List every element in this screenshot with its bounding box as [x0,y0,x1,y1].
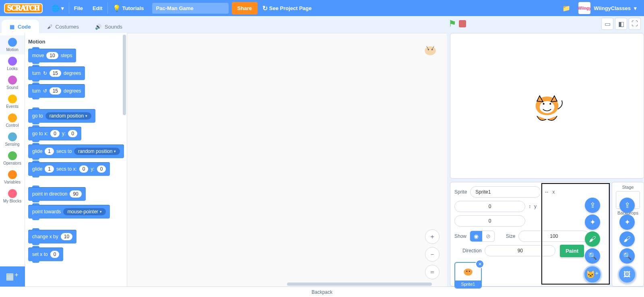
choose-sprite[interactable]: 🐱⁺ [583,265,602,284]
tab-code-label: Code [18,24,31,30]
svg-point-6 [543,103,545,105]
rotate-ccw-icon: ↺ [43,88,47,94]
tab-costumes[interactable]: 🖌 Costumes [39,20,87,33]
share-button[interactable]: Share [232,2,258,14]
block-turn-cw[interactable]: turn↻15degrees [28,66,85,80]
upload-backdrop[interactable]: ⇪ [619,198,635,213]
palette-scrollbar[interactable] [123,35,126,115]
block-glide-to[interactable]: glide1secs torandom position [28,144,124,158]
sprite-watermark [421,41,440,59]
stage-panel: Stage Backdrops 1 ⇪ ✦ 🖌 🔍 🖼 [612,182,644,287]
scratch-logo[interactable]: SCRATCH [4,3,43,13]
add-extension-button[interactable]: ▦⁺ [0,266,25,287]
upload-icon: ⇪ [624,201,630,210]
see-project-page[interactable]: ↻ See Project Page [258,0,317,16]
sprite-tile[interactable]: ✕ Sprite1 [454,262,482,289]
sprite-y-input[interactable] [454,215,525,227]
block-move-steps[interactable]: move10steps [28,49,76,62]
upload-sprite[interactable]: ⇪ [585,198,600,213]
category-label: Looks [7,66,18,71]
show-visible[interactable]: ◉ [470,231,482,241]
block-go-to[interactable]: go torandom position [28,109,95,123]
show-hidden[interactable]: ⊘ [482,231,494,241]
category-variables[interactable]: Variables [0,168,25,187]
category-sensing[interactable]: Sensing [0,130,25,149]
category-label: Operators [3,161,21,165]
sprite-name-input[interactable] [470,186,541,198]
cat-plus-icon: 🐱⁺ [586,270,599,279]
paint-sprite[interactable]: 🖌 [585,231,600,247]
category-my-blocks[interactable]: My Blocks [0,187,25,206]
show-label: Show [454,233,466,239]
choose-backdrop[interactable]: 🖼 [618,265,636,284]
category-dot [8,151,17,160]
category-dot [8,76,17,85]
category-control[interactable]: Control [0,111,25,130]
svg-point-4 [540,101,555,113]
project-title-input[interactable]: Pac-Man Game [152,3,229,14]
y-label: y [534,204,537,209]
tutorials-menu[interactable]: 💡 Tutorials [108,0,149,16]
svg-point-2 [431,49,433,50]
sprite-size-input[interactable] [518,231,589,242]
language-menu[interactable]: 🌐▾ [47,0,69,16]
right-column: Sprite ↔ x ↕ y Show ◉ ⊘ Size [447,33,644,287]
tab-sounds[interactable]: 🔊 Sounds [87,20,130,33]
category-events[interactable]: Events [0,92,25,111]
delete-sprite[interactable]: ✕ [475,260,484,268]
stage-large[interactable]: ◧ [615,18,627,30]
tab-code[interactable]: ▦ Code [2,20,39,33]
search-icon: 🔍 [623,252,632,260]
edit-menu[interactable]: Edit [88,0,107,16]
my-stuff[interactable]: 📁 [557,0,575,16]
search-sprite[interactable]: 🔍 [585,248,600,264]
scratch-cat-sprite[interactable] [527,86,567,126]
paint-icon: 🖌 [589,235,596,243]
bulb-icon: 💡 [113,4,121,12]
x-label: x [552,189,555,195]
category-dot [8,38,17,47]
folder-icon: 📁 [562,4,570,12]
category-dot [8,113,17,122]
stop-button[interactable] [459,20,466,27]
y-icon: ↕ [528,204,531,209]
stage-small[interactable]: ▭ [601,18,613,30]
zoom-reset[interactable]: ＝ [425,265,440,279]
block-change-x[interactable]: change x by10 [28,230,76,243]
surprise-backdrop[interactable]: ✦ [619,214,635,230]
block-turn-ccw[interactable]: turn↺15degrees [28,84,85,98]
block-point-towards[interactable]: point towardsmouse-pointer [28,205,110,219]
block-glide-to-xy[interactable]: glide1secs to x:0y:0 [28,162,110,176]
workspace-scrollbar[interactable] [287,283,432,286]
rotate-cw-icon: ↻ [43,70,47,76]
username-label: WiingyClasses [594,5,631,11]
script-workspace[interactable]: ＋ － ＝ [127,33,447,287]
file-menu[interactable]: File [69,0,88,16]
category-looks[interactable]: Looks [0,54,25,73]
block-go-to-xy[interactable]: go to x:0y:0 [28,127,81,140]
block-set-x[interactable]: set x to0 [28,248,63,261]
zoom-out[interactable]: － [425,247,440,262]
category-operators[interactable]: Operators [0,149,25,168]
search-icon: 🔍 [588,252,597,260]
sprite-direction-input[interactable] [485,245,555,256]
account-menu[interactable]: Wiingy WiingyClasses ▾ [575,2,640,14]
category-motion[interactable]: Motion [0,35,25,54]
sprite-x-input[interactable] [454,201,525,212]
sound-icon: 🔊 [95,24,101,30]
search-backdrop[interactable]: 🔍 [619,248,635,264]
new-sprite-menu: ⇪ ✦ 🖌 🔍 🐱⁺ [583,198,602,284]
zoom-in[interactable]: ＋ [425,229,440,244]
green-flag[interactable]: ⚑ [448,19,456,29]
avatar: Wiingy [578,2,590,14]
menubar: SCRATCH 🌐▾ File Edit 💡 Tutorials Pac-Man… [0,0,644,16]
stage-full[interactable]: ⛶ [629,18,641,30]
block-point-direction[interactable]: point in direction90 [28,187,86,201]
surprise-sprite[interactable]: ✦ [585,214,600,230]
category-dot [8,95,17,103]
stage[interactable] [450,33,644,179]
xy-icon: ↔ [544,189,549,195]
category-label: My Blocks [3,199,22,203]
paint-backdrop[interactable]: 🖌 [619,231,635,247]
category-sound[interactable]: Sound [0,73,25,92]
